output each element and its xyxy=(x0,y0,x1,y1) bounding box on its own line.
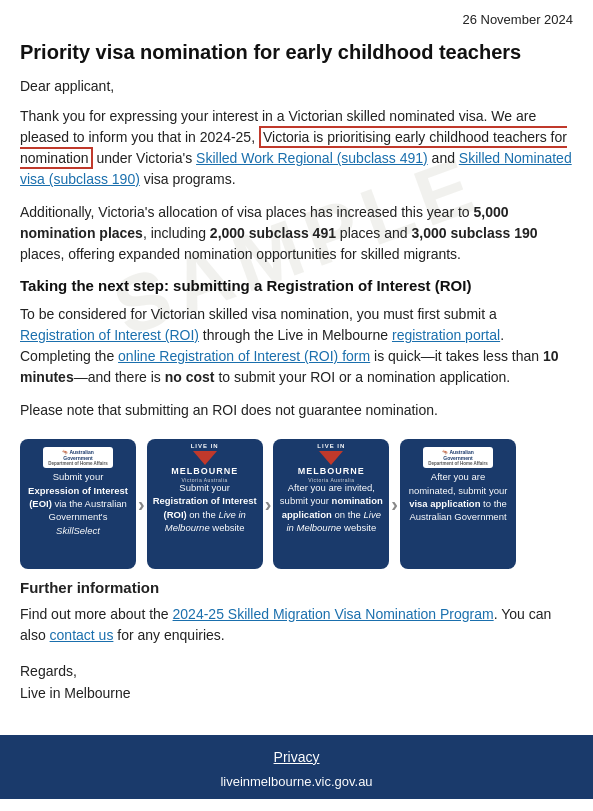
para3-before: To be considered for Victorian skilled v… xyxy=(20,306,497,322)
date-text: 26 November 2024 xyxy=(462,12,573,27)
regards-line2: Live in Melbourne xyxy=(20,682,573,704)
step-1: 🦘 Australian Government Department of Ho… xyxy=(20,439,136,569)
footer-url: liveinmelbourne.vic.gov.au xyxy=(220,774,372,789)
para2-mid: , including xyxy=(143,225,210,241)
para2-end: places, offering expanded nomination opp… xyxy=(20,246,461,262)
further-before: Find out more about the xyxy=(20,606,173,622)
step3-text: After you are invited, submit your nomin… xyxy=(279,481,383,534)
step2-text: Submit your Registration of Interest (RO… xyxy=(153,481,257,534)
link-subclass-491[interactable]: Skilled Work Regional (subclass 491) xyxy=(196,150,428,166)
footer: Privacy liveinmelbourne.vic.gov.au xyxy=(0,735,593,799)
para2-bold3: 3,000 subclass 190 xyxy=(411,225,537,241)
step-3: LIVE IN MELBOURNE Victoria Australia Aft… xyxy=(273,439,389,569)
para1-between: and xyxy=(428,150,459,166)
regards-line1: Regards, xyxy=(20,660,573,682)
link-registration-portal[interactable]: registration portal xyxy=(392,327,500,343)
para2-mid2: places and xyxy=(336,225,412,241)
further-end: for any enquiries. xyxy=(113,627,224,643)
para2-before: Additionally, Victoria's allocation of v… xyxy=(20,204,474,220)
para1-end: visa programs. xyxy=(140,171,236,187)
step1-logo: 🦘 Australian Government Department of Ho… xyxy=(43,447,113,468)
para3: To be considered for Victorian skilled v… xyxy=(20,304,573,388)
regards: Regards, Live in Melbourne xyxy=(20,660,573,705)
para3-before-bold: is quick—it takes less than xyxy=(370,348,543,364)
section1-heading: Taking the next step: submitting a Regis… xyxy=(20,277,573,294)
steps-row: 🦘 Australian Government Department of Ho… xyxy=(20,439,573,569)
para3-bold2: no cost xyxy=(165,369,215,385)
para2-bold2: 2,000 subclass 491 xyxy=(210,225,336,241)
para3-end-mid: —and there is xyxy=(74,369,165,385)
page-title: Priority visa nomination for early child… xyxy=(20,41,573,64)
footer-privacy-link[interactable]: Privacy xyxy=(20,749,573,765)
further-info-heading: Further information xyxy=(20,579,573,596)
step2-logo: LIVE IN MELBOURNE Victoria Australia xyxy=(170,447,240,479)
step1-text: Submit your Expression of Interest (EOI)… xyxy=(26,470,130,536)
dear-line: Dear applicant, xyxy=(20,78,573,94)
para1: Thank you for expressing your interest i… xyxy=(20,106,573,190)
para3-end: to submit your ROI or a nomination appli… xyxy=(215,369,511,385)
date-line: 26 November 2024 xyxy=(20,12,573,27)
link-program[interactable]: 2024-25 Skilled Migration Visa Nominatio… xyxy=(173,606,494,622)
further-para: Find out more about the 2024-25 Skilled … xyxy=(20,604,573,646)
para3-mid: through the Live in Melbourne xyxy=(199,327,392,343)
step3-logo: LIVE IN MELBOURNE Victoria Australia xyxy=(296,447,366,479)
para2: Additionally, Victoria's allocation of v… xyxy=(20,202,573,265)
para1-after: under Victoria's xyxy=(93,150,197,166)
link-contact-us[interactable]: contact us xyxy=(50,627,114,643)
arrow-1: › xyxy=(138,493,145,516)
step-4: 🦘 Australian Government Department of Ho… xyxy=(400,439,516,569)
step4-text: After you are nominated, submit your vis… xyxy=(406,470,510,523)
arrow-2: › xyxy=(265,493,272,516)
para4: Please note that submitting an ROI does … xyxy=(20,400,573,421)
link-online-roi-form[interactable]: online Registration of Interest (ROI) fo… xyxy=(118,348,370,364)
step-2: LIVE IN MELBOURNE Victoria Australia Sub… xyxy=(147,439,263,569)
link-roi[interactable]: Registration of Interest (ROI) xyxy=(20,327,199,343)
arrow-3: › xyxy=(391,493,398,516)
step4-logo: 🦘 Australian Government Department of Ho… xyxy=(423,447,493,468)
